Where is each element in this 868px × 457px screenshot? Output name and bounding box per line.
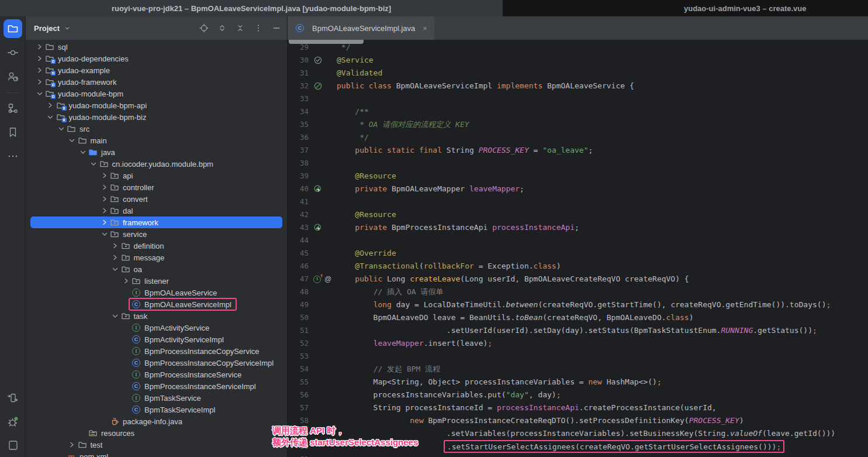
scrollbar-thumb[interactable]	[289, 40, 364, 44]
tree-item-listener[interactable]: listener	[30, 275, 282, 287]
code-line-60[interactable]: 60 .setStartUserSelectAssignees(createRe…	[288, 440, 868, 453]
chevron-down-icon[interactable]	[63, 24, 71, 32]
chevron-right-icon[interactable]	[34, 66, 44, 75]
chevron-right-icon[interactable]	[46, 101, 56, 110]
editor-tab[interactable]: C BpmOALeaveServiceImpl.java ×	[288, 16, 434, 40]
code-editor[interactable]: 29 */30@Service31@Validated32public clas…	[288, 40, 868, 457]
tree-item-bpmprocessinstancecopyservice[interactable]: IBpmProcessInstanceCopyService	[30, 345, 282, 357]
code-line-34[interactable]: 34 /**	[288, 105, 868, 118]
chevron-right-icon[interactable]	[67, 440, 77, 449]
code-line-53[interactable]: 53	[288, 350, 868, 363]
tree-item-bpmoaleaveserviceimpl[interactable]: CBpmOALeaveServiceImpl	[30, 298, 282, 310]
tree-item-yudao-example[interactable]: yudao-example	[30, 64, 282, 76]
tree-item-yudao-dependencies[interactable]: yudao-dependencies	[30, 53, 282, 64]
expand-all-icon[interactable]	[217, 23, 227, 33]
impl-annotated-gutter-icon[interactable]: I↑@	[309, 273, 337, 286]
chevron-down-icon[interactable]	[110, 264, 120, 274]
background-window[interactable]: yudao-ui-admin-vue3 – create.vue	[503, 0, 868, 16]
tree-item-bpmactivityservice[interactable]: IBpmActivityService	[30, 322, 282, 334]
code-line-59[interactable]: 59 .setVariables(processInstanceVariable…	[288, 427, 868, 440]
tree-item-test[interactable]: test	[30, 439, 282, 451]
chevron-right-icon[interactable]	[121, 276, 131, 286]
code-line-54[interactable]: 54 // 发起 BPM 流程	[288, 363, 868, 376]
tree-item-bpmactivityserviceimpl[interactable]: CBpmActivityServiceImpl	[30, 334, 282, 345]
bean-arrow-gutter-icon[interactable]	[309, 183, 337, 195]
chevron-down-icon[interactable]	[99, 229, 109, 239]
tree-item-src[interactable]: src	[30, 123, 282, 135]
code-line-38[interactable]: 38	[288, 157, 868, 170]
tree-item-yudao-module-bpm-api[interactable]: yudao-module-bpm-api	[30, 99, 282, 111]
chevron-right-icon[interactable]	[34, 77, 44, 87]
tree-item-resources[interactable]: resources	[30, 427, 282, 439]
activity-bar-debug-icon[interactable]	[4, 413, 22, 431]
activity-bar-pull-requests-icon[interactable]	[4, 67, 22, 86]
code-line-37[interactable]: 37 public static final String PROCESS_KE…	[288, 144, 868, 157]
tree-item-cn-iocoder-yudao-module-bpm[interactable]: cn.iocoder.yudao.module.bpm	[30, 158, 282, 170]
code-line-41[interactable]: 41	[288, 195, 868, 208]
activity-bar-project-icon[interactable]	[4, 19, 22, 38]
code-line-39[interactable]: 39 @Resource	[288, 170, 868, 183]
chevron-right-icon[interactable]	[34, 54, 44, 63]
code-line-43[interactable]: 43 private BpmProcessInstanceApi process…	[288, 221, 868, 234]
activity-bar-bookmarks-icon[interactable]	[4, 123, 22, 142]
tree-item-main[interactable]: main	[30, 135, 282, 146]
chevron-right-icon[interactable]	[110, 241, 120, 250]
locate-icon[interactable]	[199, 23, 209, 33]
code-line-56[interactable]: 56 processInstanceVariables.put("day", d…	[288, 389, 868, 401]
code-line-40[interactable]: 40 private BpmOALeaveMapper leaveMapper;	[288, 183, 868, 195]
tab-close-icon[interactable]: ×	[423, 24, 427, 33]
code-line-58[interactable]: 58 new BpmProcessInstanceCreateReqDTO().…	[288, 414, 868, 427]
code-line-46[interactable]: 46 @Transactional(rollbackFor = Exceptio…	[288, 260, 868, 273]
code-line-49[interactable]: 49 long day = LocalDateTimeUtil.between(…	[288, 298, 868, 311]
chevron-down-icon[interactable]	[78, 147, 88, 157]
code-line-52[interactable]: 52 leaveMapper.insert(leave);	[288, 337, 868, 350]
activity-bar-structure-icon[interactable]	[4, 99, 22, 118]
code-line-51[interactable]: 51 .setUserId(userId).setDay(day).setSta…	[288, 324, 868, 337]
chevron-right-icon[interactable]	[99, 194, 109, 204]
tree-item-convert[interactable]: convert	[30, 193, 282, 205]
activity-bar-more-icon[interactable]	[4, 147, 22, 166]
hide-icon[interactable]	[272, 23, 281, 33]
tree-item-yudao-module-bpm-biz[interactable]: yudao-module-bpm-biz	[30, 111, 282, 123]
chevron-right-icon[interactable]	[34, 42, 44, 51]
chevron-down-icon[interactable]	[56, 124, 66, 133]
code-line-44[interactable]: 44	[288, 234, 868, 247]
code-line-36[interactable]: 36 */	[288, 131, 868, 144]
chevron-down-icon[interactable]	[110, 311, 120, 321]
bean-arrow-gutter-icon[interactable]	[309, 221, 337, 234]
tree-item-sql[interactable]: sql	[30, 41, 282, 53]
bean-gutter-icon[interactable]	[309, 80, 337, 92]
chevron-down-icon[interactable]	[67, 136, 77, 145]
code-line-30[interactable]: 30@Service	[288, 54, 868, 67]
chevron-down-icon[interactable]	[89, 159, 99, 169]
chevron-down-icon[interactable]	[46, 112, 56, 122]
tree-item-task[interactable]: task	[30, 310, 282, 322]
activity-bar-terminal-partial-icon[interactable]	[4, 437, 22, 455]
chevron-right-icon[interactable]	[99, 218, 109, 227]
tree-item-definition[interactable]: definition	[30, 240, 282, 252]
tree-item-service[interactable]: service	[30, 228, 282, 240]
bean-check-gutter-icon[interactable]	[309, 54, 337, 67]
chevron-right-icon[interactable]	[99, 206, 109, 215]
code-line-50[interactable]: 50 BpmOALeaveDO leave = BeanUtils.toBean…	[288, 311, 868, 324]
collapse-all-icon[interactable]	[236, 23, 245, 33]
code-line-45[interactable]: 45 @Override	[288, 247, 868, 260]
tree-item-message[interactable]: message	[30, 252, 282, 263]
tree-item-api[interactable]: api	[30, 170, 282, 181]
tree-item-yudao-framework[interactable]: yudao-framework	[30, 76, 282, 88]
tree-item-bpmprocessinstancecopyserviceimpl[interactable]: CBpmProcessInstanceCopyServiceImpl	[30, 357, 282, 369]
code-line-42[interactable]: 42 @Resource	[288, 208, 868, 221]
code-line-33[interactable]: 33	[288, 92, 868, 105]
options-icon[interactable]	[254, 23, 263, 33]
tree-item-bpmtaskservice[interactable]: IBpmTaskService	[30, 392, 282, 404]
chevron-right-icon[interactable]	[99, 183, 109, 192]
tree-item-bpmtaskserviceimpl[interactable]: CBpmTaskServiceImpl	[30, 404, 282, 415]
tree-item-pom-xml[interactable]: mpom.xml	[30, 451, 282, 457]
tree-item-framework[interactable]: framework	[30, 217, 282, 228]
code-line-29[interactable]: 29 */	[288, 41, 868, 54]
code-line-55[interactable]: 55 Map<String, Object> processInstanceVa…	[288, 376, 868, 389]
tree-item-oa[interactable]: oa	[30, 263, 282, 275]
tree-item-controller[interactable]: controller	[30, 181, 282, 193]
tree-item-yudao-module-bpm[interactable]: yudao-module-bpm	[30, 88, 282, 99]
tree-item-dal[interactable]: dal	[30, 205, 282, 217]
